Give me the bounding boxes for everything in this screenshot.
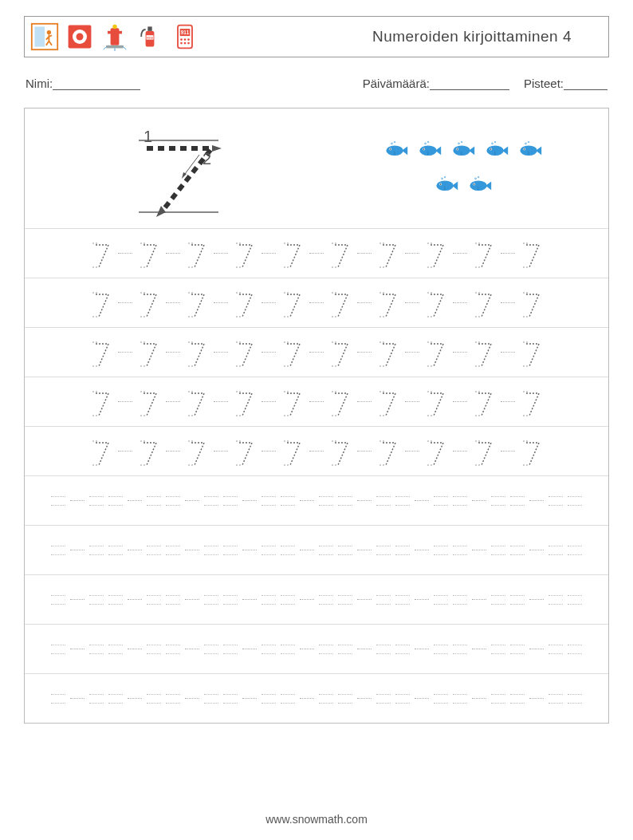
trace-digit-7[interactable] [472, 433, 496, 470]
guide-segment[interactable] [319, 694, 333, 704]
trace-digit-7[interactable] [89, 433, 113, 470]
guide-segment[interactable] [51, 496, 65, 506]
guide-segment[interactable] [548, 595, 563, 605]
guide-segment[interactable] [89, 645, 104, 654]
guide-segment[interactable] [261, 546, 276, 555]
trace-digit-7[interactable] [137, 433, 161, 470]
trace-row[interactable] [25, 228, 608, 278]
guide-segment[interactable] [491, 694, 505, 704]
guide-segment[interactable] [453, 496, 467, 506]
trace-digit-7[interactable] [233, 235, 257, 272]
guide-segment[interactable] [51, 645, 65, 654]
trace-digit-7[interactable] [233, 433, 257, 470]
trace-digit-7[interactable] [424, 433, 448, 470]
guide-segment[interactable] [434, 595, 448, 605]
guide-segment[interactable] [51, 694, 65, 704]
trace-digit-7[interactable] [89, 285, 113, 321]
guide-segment[interactable] [89, 694, 104, 704]
guide-segment[interactable] [261, 694, 276, 704]
trace-digit-7[interactable] [185, 334, 209, 371]
guide-segment[interactable] [453, 595, 467, 605]
guide-segment[interactable] [434, 546, 448, 555]
guide-segment[interactable] [453, 645, 467, 654]
trace-digit-7[interactable] [472, 235, 496, 272]
guide-segment[interactable] [434, 496, 448, 506]
guide-segment[interactable] [223, 546, 238, 555]
trace-digit-7[interactable] [328, 235, 352, 272]
name-blank[interactable] [53, 77, 140, 90]
guide-segment[interactable] [510, 546, 525, 555]
guide-segment[interactable] [147, 694, 161, 704]
trace-digit-7[interactable] [137, 334, 161, 371]
guide-segment[interactable] [395, 645, 410, 654]
guide-segment[interactable] [108, 595, 123, 605]
trace-row[interactable] [25, 278, 608, 327]
trace-digit-7[interactable] [520, 235, 544, 272]
trace-digit-7[interactable] [520, 384, 544, 420]
guide-segment[interactable] [338, 496, 352, 506]
guide-segment[interactable] [376, 645, 391, 654]
guide-segment[interactable] [510, 496, 525, 506]
trace-digit-7[interactable] [424, 384, 448, 420]
guide-segment[interactable] [89, 496, 104, 506]
trace-digit-7[interactable] [89, 334, 113, 371]
guide-segment[interactable] [281, 496, 295, 506]
trace-digit-7[interactable] [233, 285, 257, 321]
score-blank[interactable] [564, 77, 607, 90]
guide-segment[interactable] [338, 694, 352, 704]
guide-segment[interactable] [319, 595, 333, 605]
guide-segment[interactable] [568, 694, 582, 704]
trace-digit-7[interactable] [281, 433, 305, 470]
guide-segment[interactable] [338, 645, 352, 654]
guide-segment[interactable] [376, 595, 391, 605]
guide-segment[interactable] [338, 595, 352, 605]
trace-digit-7[interactable] [328, 334, 352, 371]
guide-segment[interactable] [51, 595, 65, 605]
guide-segment[interactable] [395, 496, 410, 506]
guide-segment[interactable] [147, 645, 161, 654]
trace-digit-7[interactable] [281, 384, 305, 420]
trace-digit-7[interactable] [233, 384, 257, 420]
trace-digit-7[interactable] [376, 384, 400, 420]
guide-segment[interactable] [281, 595, 295, 605]
guide-segment[interactable] [395, 595, 410, 605]
trace-row[interactable] [25, 377, 608, 426]
guide-segment[interactable] [89, 546, 104, 555]
guide-segment[interactable] [338, 546, 352, 555]
guide-segment[interactable] [166, 546, 180, 555]
guide-segment[interactable] [319, 496, 333, 506]
trace-digit-7[interactable] [89, 384, 113, 420]
trace-digit-7[interactable] [281, 334, 305, 371]
guide-segment[interactable] [223, 496, 238, 506]
guide-segment[interactable] [568, 496, 582, 506]
guide-segment[interactable] [548, 645, 563, 654]
guide-segment[interactable] [376, 496, 391, 506]
trace-digit-7[interactable] [472, 285, 496, 321]
trace-digit-7[interactable] [520, 433, 544, 470]
trace-digit-7[interactable] [281, 235, 305, 272]
guide-segment[interactable] [223, 694, 238, 704]
guide-segment[interactable] [261, 595, 276, 605]
guide-segment[interactable] [147, 595, 161, 605]
guide-segment[interactable] [261, 496, 276, 506]
trace-row[interactable] [25, 327, 608, 377]
guide-segment[interactable] [491, 595, 505, 605]
guide-segment[interactable] [204, 694, 218, 704]
guide-segment[interactable] [510, 694, 525, 704]
trace-digit-7[interactable] [185, 433, 209, 470]
guide-segment[interactable] [108, 645, 123, 654]
trace-digit-7[interactable] [281, 285, 305, 321]
trace-digit-7[interactable] [472, 384, 496, 420]
guide-segment[interactable] [319, 546, 333, 555]
guide-segment[interactable] [491, 546, 505, 555]
trace-digit-7[interactable] [424, 235, 448, 272]
guide-segment[interactable] [51, 546, 65, 555]
guide-segment[interactable] [395, 694, 410, 704]
trace-digit-7[interactable] [424, 334, 448, 371]
guide-segment[interactable] [453, 694, 467, 704]
trace-digit-7[interactable] [328, 285, 352, 321]
guide-segment[interactable] [395, 546, 410, 555]
practice-row[interactable] [25, 574, 608, 624]
guide-segment[interactable] [147, 546, 161, 555]
trace-digit-7[interactable] [424, 285, 448, 321]
